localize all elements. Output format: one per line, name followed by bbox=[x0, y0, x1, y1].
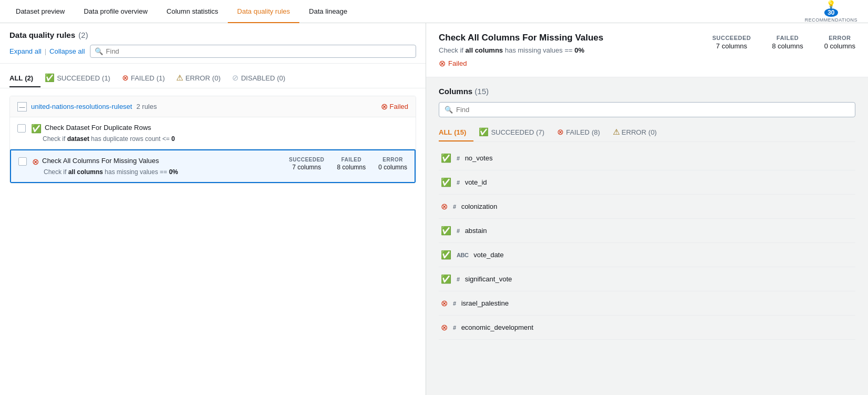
rule-2-stats: SUCCEEDED 7 columns FAILED 8 columns ERR… bbox=[280, 157, 407, 171]
right-stat-error-label: ERROR bbox=[824, 35, 855, 41]
collapse-all-button[interactable]: Collapse all bbox=[49, 47, 85, 55]
columns-title-text: Columns bbox=[439, 87, 472, 96]
filter-tab-all[interactable]: ALL (2) bbox=[9, 70, 41, 87]
rule-2-status-icon: ⊗ bbox=[32, 157, 39, 167]
col-status-icon: ✅ bbox=[441, 153, 451, 163]
right-stat-error-value: 0 columns bbox=[824, 42, 855, 50]
recommendations-count: 30 bbox=[824, 8, 838, 17]
column-item: ⊗#israel_palestine bbox=[439, 291, 855, 316]
recommendations-badge[interactable]: 💡 30 RECOMMENDATIONS bbox=[805, 0, 862, 23]
expand-collapse-row: Expand all | Collapse all 🔍 bbox=[9, 45, 416, 58]
col-type-icon: ABC bbox=[457, 252, 468, 258]
col-name: israel_palestine bbox=[461, 299, 509, 307]
col-filter-all-count: (15) bbox=[454, 128, 466, 136]
ruleset-status: ⊗ Failed bbox=[381, 102, 408, 112]
expand-all-button[interactable]: Expand all bbox=[9, 47, 42, 55]
col-filter-tab-all[interactable]: ALL (15) bbox=[439, 124, 473, 141]
tab-data-quality-rules[interactable]: Data quality rules bbox=[228, 0, 299, 23]
col-filter-tab-succeeded[interactable]: ✅ SUCCEEDED (7) bbox=[479, 124, 552, 141]
rule-2-checkbox[interactable] bbox=[18, 157, 27, 166]
filter-tab-failed-label: FAILED bbox=[131, 74, 155, 82]
columns-search-box: 🔍 bbox=[439, 102, 855, 117]
col-filter-succeeded-count: (7) bbox=[536, 128, 544, 136]
ruleset-name[interactable]: united-nations-resolutions-ruleset bbox=[31, 103, 132, 110]
column-item: ✅#abstain bbox=[439, 219, 855, 243]
tab-data-profile-overview[interactable]: Data profile overview bbox=[74, 0, 157, 23]
filter-tab-disabled[interactable]: ⊘ DISABLED (0) bbox=[232, 69, 292, 88]
rule-item-1[interactable]: ✅ Check Dataset For Duplicate Rows Check… bbox=[10, 117, 416, 149]
filter-tab-succeeded-label: SUCCEEDED bbox=[57, 74, 100, 82]
tab-dataset-preview[interactable]: Dataset preview bbox=[6, 0, 74, 23]
col-status-icon: ✅ bbox=[441, 250, 451, 260]
rule-2-stat-succeeded-label: SUCCEEDED bbox=[289, 157, 324, 163]
columns-count: (15) bbox=[475, 87, 489, 96]
col-status-icon: ⊗ bbox=[441, 201, 448, 211]
rule-1-checkbox[interactable] bbox=[17, 124, 26, 133]
right-stat-failed-label: FAILED bbox=[772, 35, 803, 41]
col-filter-tab-error[interactable]: ⚠ ERROR (0) bbox=[613, 124, 664, 141]
col-type-icon: # bbox=[457, 155, 460, 161]
col-filter-failed-count: (8) bbox=[592, 128, 600, 136]
right-panel-title: Check All Columns For Missing Values bbox=[439, 33, 603, 43]
col-status-icon: ✅ bbox=[441, 177, 451, 187]
columns-filter-tabs: ALL (15) ✅ SUCCEEDED (7) ⊗ FAILED (8) ⚠ … bbox=[439, 124, 855, 142]
rules-list: — united-nations-resolutions-ruleset 2 r… bbox=[0, 88, 426, 395]
rule-2-stat-error: ERROR 0 columns bbox=[378, 157, 407, 171]
ruleset-header: — united-nations-resolutions-ruleset 2 r… bbox=[10, 96, 416, 117]
col-filter-error-count: (0) bbox=[649, 128, 657, 136]
filter-tab-failed[interactable]: ⊗ FAILED (1) bbox=[122, 69, 173, 88]
filter-tab-disabled-count: (0) bbox=[277, 74, 286, 82]
succeeded-icon: ✅ bbox=[45, 73, 55, 83]
col-status-icon: ✅ bbox=[441, 274, 451, 284]
col-status-icon: ✅ bbox=[441, 226, 451, 236]
rule-2-title-row: ⊗ Check All Columns For Missing Values bbox=[32, 157, 275, 167]
columns-section: Columns (15) 🔍 ALL (15) ✅ SUCCEEDED (7) bbox=[426, 77, 868, 395]
col-status-icon: ⊗ bbox=[441, 298, 448, 308]
filter-tab-error-count: (0) bbox=[212, 74, 220, 82]
right-stat-succeeded: SUCCEEDED 7 columns bbox=[712, 35, 751, 50]
column-item: ⊗#colonization bbox=[439, 195, 855, 219]
filter-tab-all-count: (2) bbox=[25, 74, 33, 82]
column-item: ✅ABCvote_date bbox=[439, 243, 855, 267]
left-search-input[interactable] bbox=[106, 47, 411, 55]
filter-tab-succeeded-count: (1) bbox=[102, 74, 110, 82]
col-name: no_votes bbox=[465, 154, 493, 162]
rule-2-content: ⊗ Check All Columns For Missing Values C… bbox=[32, 157, 275, 176]
rule-item-2[interactable]: ⊗ Check All Columns For Missing Values C… bbox=[10, 149, 416, 183]
column-item: ✅#significant_vote bbox=[439, 267, 855, 291]
right-panel-stats: SUCCEEDED 7 columns FAILED 8 columns ERR… bbox=[712, 33, 855, 50]
col-name: significant_vote bbox=[465, 275, 512, 283]
rule-1-name: Check Dataset For Duplicate Rows bbox=[45, 124, 151, 131]
col-name: economic_development bbox=[461, 323, 533, 331]
tab-column-statistics[interactable]: Column statistics bbox=[157, 0, 228, 23]
filter-tab-succeeded[interactable]: ✅ SUCCEEDED (1) bbox=[45, 69, 118, 88]
filter-tab-error[interactable]: ⚠ ERROR (0) bbox=[176, 69, 228, 88]
right-stat-succeeded-value: 7 columns bbox=[712, 42, 751, 50]
column-item: ✅#vote_id bbox=[439, 170, 855, 195]
ruleset-collapse-button[interactable]: — bbox=[17, 102, 27, 112]
col-type-icon: # bbox=[453, 325, 456, 331]
col-filter-error-icon: ⚠ bbox=[613, 127, 620, 137]
left-panel-count: (2) bbox=[78, 31, 88, 39]
left-search-box: 🔍 bbox=[90, 45, 416, 58]
rule-1-content: ✅ Check Dataset For Duplicate Rows Check… bbox=[31, 124, 408, 143]
columns-search-input[interactable] bbox=[456, 106, 850, 114]
columns-section-title: Columns (15) bbox=[439, 87, 855, 96]
rule-2-stat-succeeded-value: 7 columns bbox=[289, 164, 324, 171]
left-panel: Data quality rules (2) Expand all | Coll… bbox=[0, 23, 426, 395]
col-status-icon: ⊗ bbox=[441, 322, 448, 332]
error-icon: ⚠ bbox=[176, 73, 183, 83]
left-panel-header: Data quality rules (2) Expand all | Coll… bbox=[0, 23, 426, 64]
rule-1-desc: Check if dataset has duplicate rows coun… bbox=[43, 135, 408, 143]
right-panel-subtitle: Check if all columns has missing values … bbox=[439, 46, 603, 54]
col-filter-tab-failed[interactable]: ⊗ FAILED (8) bbox=[557, 124, 608, 141]
left-panel-title-text: Data quality rules bbox=[9, 31, 75, 39]
rule-2-stat-failed-label: FAILED bbox=[337, 157, 366, 163]
filter-tab-disabled-label: DISABLED bbox=[241, 74, 275, 82]
tab-data-lineage[interactable]: Data lineage bbox=[299, 0, 357, 23]
col-name: colonization bbox=[461, 202, 498, 210]
disabled-icon: ⊘ bbox=[232, 73, 239, 83]
left-search-icon: 🔍 bbox=[95, 47, 103, 55]
col-filter-error-label: ERROR bbox=[622, 128, 647, 136]
col-filter-failed-label: FAILED bbox=[566, 128, 590, 136]
